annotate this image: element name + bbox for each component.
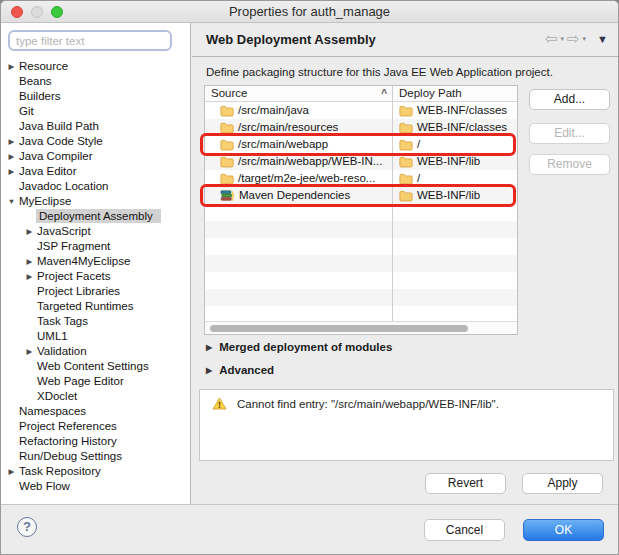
forward-arrow-icon[interactable]: ⇨ bbox=[567, 31, 580, 47]
sidebar-item-run-debug-settings[interactable]: Run/Debug Settings bbox=[1, 449, 189, 464]
edit-button[interactable]: Edit... bbox=[529, 123, 610, 144]
deploy-path-cell bbox=[392, 289, 517, 306]
source-cell bbox=[205, 255, 392, 272]
table-row-src-main-resources[interactable]: /src/main/resourcesWEB-INF/classes bbox=[205, 119, 517, 136]
sidebar-item-javascript[interactable]: ▶JavaScript bbox=[1, 224, 189, 239]
assembly-table: Source ^ Deploy Path /src/main/javaWEB-I… bbox=[204, 85, 518, 335]
table-row-src-main-webapp[interactable]: /src/main/webapp/ bbox=[205, 136, 517, 153]
chevron-collapsed-icon: ▶ bbox=[206, 366, 212, 375]
sidebar-item-task-tags[interactable]: Task Tags bbox=[1, 314, 189, 329]
remove-button[interactable]: Remove bbox=[529, 154, 610, 175]
chevron-collapsed-icon[interactable]: ▶ bbox=[5, 59, 18, 74]
close-button[interactable] bbox=[11, 6, 23, 18]
cancel-button[interactable]: Cancel bbox=[424, 519, 505, 541]
back-arrow-icon[interactable]: ⇦ bbox=[545, 31, 558, 47]
chevron-collapsed-icon[interactable]: ▶ bbox=[23, 269, 36, 284]
sidebar-item-javadoc-location[interactable]: Javadoc Location bbox=[1, 179, 189, 194]
revert-button[interactable]: Revert bbox=[425, 473, 506, 494]
sidebar-item-label: UML1 bbox=[36, 330, 74, 342]
folder-icon bbox=[399, 173, 413, 185]
sidebar-item-label: Java Code Style bbox=[18, 135, 109, 147]
source-cell bbox=[205, 289, 392, 306]
sidebar-item-web-content-settings[interactable]: Web Content Settings bbox=[1, 359, 189, 374]
table-row-maven-dependencies[interactable]: Maven DependenciesWEB-INF/lib bbox=[205, 187, 517, 204]
folder-icon bbox=[399, 156, 413, 168]
chevron-collapsed-icon[interactable]: ▶ bbox=[23, 254, 36, 269]
sort-ascending-icon[interactable]: ^ bbox=[381, 86, 387, 101]
sidebar-item-label: XDoclet bbox=[36, 390, 83, 402]
source-cell: /src/main/webapp/WEB-IN... bbox=[205, 153, 392, 170]
sidebar-item-java-code-style[interactable]: ▶Java Code Style bbox=[1, 134, 189, 149]
table-row-src-main-java[interactable]: /src/main/javaWEB-INF/classes bbox=[205, 102, 517, 119]
sidebar-item-xdoclet[interactable]: XDoclet bbox=[1, 389, 189, 404]
sidebar-item-refactoring-history[interactable]: Refactoring History bbox=[1, 434, 189, 449]
ok-button[interactable]: OK bbox=[523, 519, 604, 541]
chevron-collapsed-icon[interactable]: ▶ bbox=[23, 344, 36, 359]
sidebar-item-label: Java Build Path bbox=[18, 120, 105, 132]
apply-button[interactable]: Apply bbox=[522, 473, 603, 494]
sidebar-item-label: Project Facets bbox=[36, 270, 117, 282]
sidebar-item-builders[interactable]: Builders bbox=[1, 89, 189, 104]
chevron-collapsed-icon[interactable]: ▶ bbox=[5, 149, 18, 164]
scrollbar-thumb[interactable] bbox=[210, 325, 468, 332]
chevron-collapsed-icon[interactable]: ▶ bbox=[5, 164, 18, 179]
source-cell: /src/main/java bbox=[205, 102, 392, 119]
sidebar-item-myeclipse[interactable]: ▼MyEclipse bbox=[1, 194, 189, 209]
deploy-path-label: / bbox=[417, 170, 420, 187]
deploy-path-cell bbox=[392, 255, 517, 272]
column-header-source[interactable]: Source ^ bbox=[205, 86, 392, 101]
back-dropdown-icon[interactable]: ▾ bbox=[561, 35, 565, 43]
sidebar-item-validation[interactable]: ▶Validation bbox=[1, 344, 189, 359]
sidebar-item-label: Web Page Editor bbox=[36, 375, 130, 387]
sidebar-item-resource[interactable]: ▶Resource bbox=[1, 59, 189, 74]
add-button[interactable]: Add... bbox=[529, 89, 610, 110]
source-label: Maven Dependencies bbox=[239, 187, 350, 204]
sidebar-item-jsp-fragment[interactable]: JSP Fragment bbox=[1, 239, 189, 254]
sidebar-item-beans[interactable]: Beans bbox=[1, 74, 189, 89]
column-header-deploy-path[interactable]: Deploy Path bbox=[392, 86, 517, 101]
sidebar-item-git[interactable]: Git bbox=[1, 104, 189, 119]
table-row-empty[interactable] bbox=[205, 238, 517, 255]
section-merged-deployment[interactable]: ▶Merged deployment of modules bbox=[206, 341, 392, 353]
sidebar-item-project-references[interactable]: Project References bbox=[1, 419, 189, 434]
sidebar-item-java-compiler[interactable]: ▶Java Compiler bbox=[1, 149, 189, 164]
chevron-collapsed-icon[interactable]: ▶ bbox=[23, 224, 36, 239]
sidebar-item-task-repository[interactable]: ▶Task Repository bbox=[1, 464, 189, 479]
sidebar-item-label: Java Compiler bbox=[18, 150, 99, 162]
deploy-path-cell bbox=[392, 238, 517, 255]
warning-box: Cannot find entry: "/src/main/webapp/WEB… bbox=[199, 389, 614, 461]
sidebar-item-java-editor[interactable]: ▶Java Editor bbox=[1, 164, 189, 179]
sidebar-item-uml1[interactable]: UML1 bbox=[1, 329, 189, 344]
sidebar-item-label: Task Tags bbox=[36, 315, 94, 327]
sidebar-item-targeted-runtimes[interactable]: Targeted Runtimes bbox=[1, 299, 189, 314]
table-row-src-main-webapp-web-in[interactable]: /src/main/webapp/WEB-IN...WEB-INF/lib bbox=[205, 153, 517, 170]
horizontal-scrollbar[interactable] bbox=[205, 321, 517, 334]
section-advanced[interactable]: ▶Advanced bbox=[206, 364, 274, 376]
sidebar-item-project-facets[interactable]: ▶Project Facets bbox=[1, 269, 189, 284]
deploy-path-cell: / bbox=[392, 170, 517, 187]
minimize-button[interactable] bbox=[31, 6, 43, 18]
sidebar-item-namespaces[interactable]: Namespaces bbox=[1, 404, 189, 419]
sidebar-item-java-build-path[interactable]: Java Build Path bbox=[1, 119, 189, 134]
chevron-expanded-icon[interactable]: ▼ bbox=[5, 194, 18, 209]
table-row-empty[interactable] bbox=[205, 204, 517, 221]
table-row-empty[interactable] bbox=[205, 255, 517, 272]
table-row-target-m2e-jee-web-reso[interactable]: /target/m2e-jee/web-reso.../ bbox=[205, 170, 517, 187]
table-row-empty[interactable] bbox=[205, 272, 517, 289]
sidebar-item-deployment-assembly[interactable]: Deployment Assembly bbox=[1, 209, 189, 224]
filter-input[interactable] bbox=[8, 30, 172, 51]
zoom-button[interactable] bbox=[51, 6, 63, 18]
table-row-empty[interactable] bbox=[205, 289, 517, 306]
view-menu-icon[interactable]: ▼ bbox=[597, 33, 608, 45]
source-cell: Maven Dependencies bbox=[205, 187, 392, 204]
chevron-collapsed-icon[interactable]: ▶ bbox=[5, 134, 18, 149]
chevron-collapsed-icon[interactable]: ▶ bbox=[5, 464, 18, 479]
sidebar-item-maven4myeclipse[interactable]: ▶Maven4MyEclipse bbox=[1, 254, 189, 269]
titlebar: Properties for auth_manage bbox=[1, 1, 618, 23]
sidebar-item-project-libraries[interactable]: Project Libraries bbox=[1, 284, 189, 299]
sidebar-item-web-flow[interactable]: Web Flow bbox=[1, 479, 189, 494]
help-button[interactable]: ? bbox=[17, 517, 37, 537]
sidebar-item-web-page-editor[interactable]: Web Page Editor bbox=[1, 374, 189, 389]
table-row-empty[interactable] bbox=[205, 221, 517, 238]
forward-dropdown-icon[interactable]: ▾ bbox=[583, 35, 587, 43]
